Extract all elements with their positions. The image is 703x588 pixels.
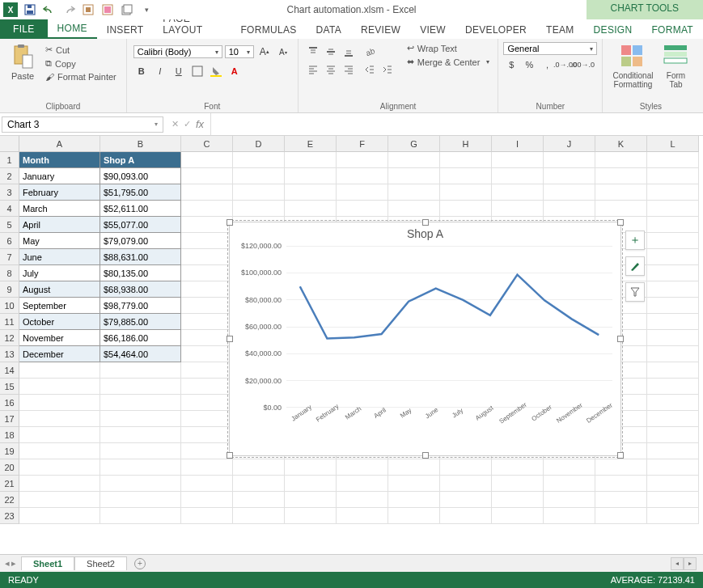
tab-format[interactable]: FORMAT	[642, 21, 703, 39]
row-header-15[interactable]: 15	[0, 379, 19, 395]
cell-D4[interactable]	[233, 201, 285, 217]
cell-C10[interactable]	[181, 298, 233, 314]
row-header-12[interactable]: 12	[0, 330, 19, 346]
row-header-21[interactable]: 21	[0, 476, 19, 492]
row-header-3[interactable]: 3	[0, 184, 19, 201]
cell-L16[interactable]	[647, 395, 699, 411]
cell-I21[interactable]	[492, 476, 544, 492]
cut-button[interactable]: ✂Cut	[42, 44, 120, 56]
cell-C21[interactable]	[181, 476, 233, 492]
cell-B10[interactable]: $98,779.00	[100, 298, 181, 314]
cell-G21[interactable]	[388, 476, 440, 492]
cell-J20[interactable]	[544, 459, 595, 476]
cell-D20[interactable]	[233, 459, 285, 476]
italic-button[interactable]: I	[152, 63, 168, 79]
cell-C5[interactable]	[181, 217, 233, 233]
cell-A23[interactable]	[19, 508, 100, 524]
cell-D1[interactable]	[233, 152, 285, 168]
align-center-icon[interactable]	[323, 61, 339, 78]
sheet-tab-1[interactable]: Sheet1	[21, 556, 74, 570]
font-size-combo[interactable]: 10▾	[225, 45, 254, 58]
cell-C19[interactable]	[181, 443, 233, 459]
chart-elements-button[interactable]: ＋	[625, 231, 645, 250]
cell-J21[interactable]	[544, 476, 595, 492]
tab-insert[interactable]: INSERT	[97, 21, 154, 39]
tab-view[interactable]: VIEW	[410, 21, 455, 39]
col-header-H[interactable]: H	[440, 136, 492, 152]
cell-C7[interactable]	[181, 249, 233, 265]
cell-A4[interactable]: March	[19, 201, 100, 217]
cell-L18[interactable]	[647, 427, 699, 443]
conditional-formatting-button[interactable]: Conditional Formatting	[608, 42, 658, 91]
cell-B17[interactable]	[100, 411, 181, 427]
font-color-button[interactable]: A	[227, 63, 243, 79]
col-header-D[interactable]: D	[233, 136, 285, 152]
row-header-19[interactable]: 19	[0, 443, 19, 459]
cell-C17[interactable]	[181, 411, 233, 427]
cell-G3[interactable]	[388, 184, 440, 201]
cell-L12[interactable]	[647, 330, 699, 346]
chart-object[interactable]: Shop A $120,000.00$100,000.00$80,000.00$…	[229, 222, 621, 456]
cell-F2[interactable]	[337, 168, 388, 184]
cell-E4[interactable]	[285, 201, 337, 217]
cell-A5[interactable]: April	[19, 217, 100, 233]
cell-A14[interactable]	[19, 362, 100, 379]
tab-developer[interactable]: DEVELOPER	[455, 21, 536, 39]
percent-button[interactable]: %	[521, 57, 537, 73]
col-header-A[interactable]: A	[19, 136, 100, 152]
cell-B3[interactable]: $51,795.00	[100, 184, 181, 201]
qat-button-3[interactable]	[118, 1, 136, 19]
cell-I1[interactable]	[492, 152, 544, 168]
tab-file[interactable]: FILE	[0, 19, 48, 39]
cell-A21[interactable]	[19, 476, 100, 492]
row-header-11[interactable]: 11	[0, 314, 19, 330]
cell-K3[interactable]	[595, 184, 647, 201]
merge-center-button[interactable]: ⬌Merge & Center▾	[404, 56, 493, 68]
cell-K22[interactable]	[595, 492, 647, 508]
format-table-button[interactable]: Form Tab	[658, 42, 693, 91]
cell-E2[interactable]	[285, 168, 337, 184]
col-header-K[interactable]: K	[595, 136, 647, 152]
col-header-J[interactable]: J	[544, 136, 595, 152]
font-name-combo[interactable]: Calibri (Body)▾	[133, 45, 222, 58]
cell-K21[interactable]	[595, 476, 647, 492]
cell-B4[interactable]: $52,611.00	[100, 201, 181, 217]
cell-B14[interactable]	[100, 362, 181, 379]
decrease-decimal-icon[interactable]: .00→.0	[574, 57, 591, 73]
tab-design[interactable]: DESIGN	[584, 21, 642, 39]
cell-B18[interactable]	[100, 427, 181, 443]
cell-A13[interactable]: December	[19, 346, 100, 362]
cell-A8[interactable]: July	[19, 265, 100, 281]
cell-K23[interactable]	[595, 508, 647, 524]
row-header-7[interactable]: 7	[0, 249, 19, 265]
chart-styles-button[interactable]	[625, 256, 645, 276]
decrease-font-icon[interactable]: A▾	[275, 44, 291, 60]
cell-A1[interactable]: Month	[19, 152, 100, 168]
row-header-5[interactable]: 5	[0, 217, 19, 233]
orientation-button[interactable]: ab	[362, 44, 378, 60]
cell-F1[interactable]	[337, 152, 388, 168]
row-header-22[interactable]: 22	[0, 492, 19, 508]
cell-A2[interactable]: January	[19, 168, 100, 184]
cell-K4[interactable]	[595, 201, 647, 217]
cell-B7[interactable]: $88,631.00	[100, 249, 181, 265]
cell-I2[interactable]	[492, 168, 544, 184]
cell-B20[interactable]	[100, 459, 181, 476]
tab-team[interactable]: TEAM	[536, 21, 584, 39]
cell-C13[interactable]	[181, 346, 233, 362]
cell-L11[interactable]	[647, 314, 699, 330]
cell-C11[interactable]	[181, 314, 233, 330]
paste-button[interactable]: Paste	[5, 42, 40, 82]
align-middle-icon[interactable]	[323, 44, 339, 60]
enter-formula-icon[interactable]: ✓	[184, 119, 191, 129]
cell-K1[interactable]	[595, 152, 647, 168]
redo-icon[interactable]	[60, 1, 78, 19]
row-header-2[interactable]: 2	[0, 168, 19, 184]
cell-B12[interactable]: $66,186.00	[100, 330, 181, 346]
cell-H23[interactable]	[440, 508, 492, 524]
row-header-4[interactable]: 4	[0, 201, 19, 217]
cell-E1[interactable]	[285, 152, 337, 168]
tab-data[interactable]: DATA	[307, 21, 351, 39]
cell-D23[interactable]	[233, 508, 285, 524]
cell-G22[interactable]	[388, 492, 440, 508]
